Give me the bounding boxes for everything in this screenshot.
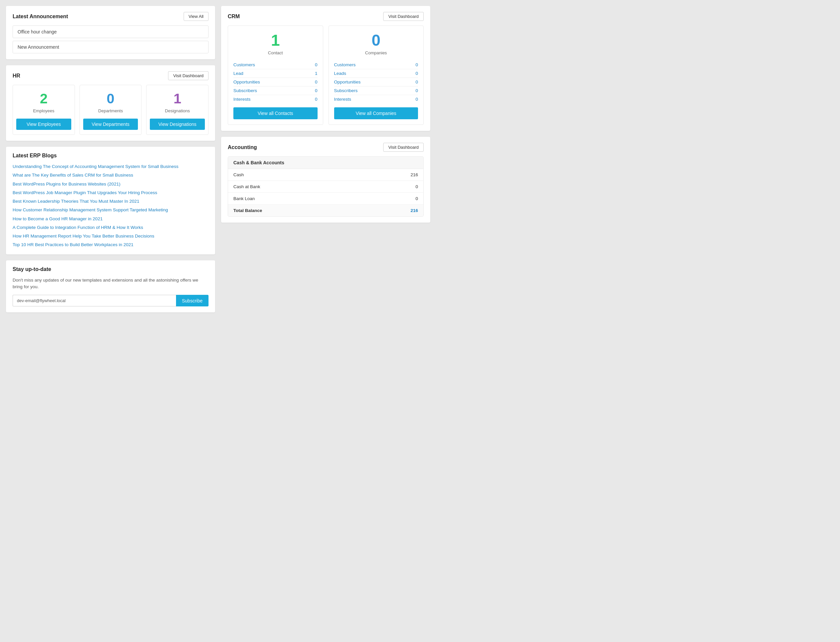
crm-companies-number: 0 [334,32,418,49]
stay-uptodate-header: Stay up-to-date [13,266,208,272]
accounting-cash-value: 216 [410,172,418,177]
accounting-cash-at-bank-label: Cash at Bank [233,184,260,189]
hr-visit-dashboard-button[interactable]: Visit Dashboard [168,71,208,80]
crm-companies-subscribers-value: 0 [415,88,418,93]
stay-uptodate-card: Stay up-to-date Don't miss any updates o… [6,260,215,313]
crm-grid: 1 Contact Customers 0 Lead 1 Opportuniti… [228,26,424,125]
hr-employees-stat: 2 Employees View Employees [13,85,75,135]
announcement-header: Latest Announcement View All [13,12,208,21]
blog-link[interactable]: How HR Management Report Help You Take B… [13,233,208,240]
crm-contact-interests-value: 0 [315,97,318,102]
blog-link[interactable]: Best WordPress Plugins for Business Webs… [13,181,208,188]
hr-departments-stat: 0 Departments View Departments [80,85,142,135]
hr-departments-label: Departments [83,108,138,113]
crm-companies-customers-value: 0 [415,62,418,67]
crm-card: CRM Visit Dashboard 1 Contact Customers … [221,6,430,131]
crm-contact-row: Subscribers 0 [233,86,318,95]
crm-contact-opportunities-link[interactable]: Opportunities [233,79,260,84]
accounting-header: Accounting Visit Dashboard [228,143,424,152]
crm-contact-customers-value: 0 [315,62,318,67]
crm-contact-row: Lead 1 [233,69,318,78]
announcement-item: Office hour change [13,26,208,38]
blog-link[interactable]: How Customer Relationship Management Sys… [13,207,208,213]
accounting-bank-loan-value: 0 [415,196,418,201]
blog-link[interactable]: What are The Key Benefits of Sales CRM f… [13,172,208,178]
subscribe-email-input[interactable] [13,295,176,306]
crm-companies-label: Companies [334,50,418,55]
crm-contact-label: Contact [233,50,318,55]
crm-contact-opportunities-value: 0 [315,79,318,84]
crm-companies-box: 0 Companies Customers 0 Leads 0 Opportun… [328,26,424,125]
hr-departments-number: 0 [83,92,138,106]
accounting-cash-at-bank-value: 0 [415,184,418,189]
accounting-inner: Cash & Bank Accounts Cash 216 Cash at Ba… [228,156,424,217]
crm-contact-row: Customers 0 [233,61,318,69]
crm-companies-row: Opportunities 0 [334,78,418,86]
crm-companies-interests-value: 0 [415,97,418,102]
blog-list: Understanding The Concept of Accounting … [13,163,208,248]
crm-companies-opportunities-link[interactable]: Opportunities [334,79,361,84]
hr-designations-number: 1 [150,92,205,106]
crm-contact-subscribers-link[interactable]: Subscribers [233,88,257,93]
view-all-contacts-button[interactable]: View all Contacts [233,107,318,119]
view-departments-button[interactable]: View Departments [83,118,138,130]
crm-companies-leads-link[interactable]: Leads [334,71,346,76]
announcement-item: New Announcement [13,41,208,54]
hr-title: HR [13,73,20,79]
accounting-total-value: 216 [410,208,418,213]
hr-employees-number: 2 [16,92,71,106]
hr-designations-label: Designations [150,108,205,113]
crm-companies-opportunities-value: 0 [415,79,418,84]
accounting-row: Cash at Bank 0 [228,181,423,193]
crm-companies-leads-value: 0 [415,71,418,76]
crm-contact-box: 1 Contact Customers 0 Lead 1 Opportuniti… [228,26,323,125]
accounting-cash-label: Cash [233,172,244,177]
blog-link[interactable]: Best WordPress Job Manager Plugin That U… [13,190,208,196]
view-all-companies-button[interactable]: View all Companies [334,107,418,119]
crm-contact-row: Opportunities 0 [233,78,318,86]
accounting-card: Accounting Visit Dashboard Cash & Bank A… [221,137,430,223]
crm-visit-dashboard-button[interactable]: Visit Dashboard [383,12,424,21]
accounting-bank-loan-label: Bank Loan [233,196,255,201]
accounting-title: Accounting [228,144,257,151]
accounting-total-row: Total Balance 216 [228,205,423,216]
crm-companies-interests-link[interactable]: Interests [334,97,351,102]
crm-contact-interests-link[interactable]: Interests [233,97,250,102]
blogs-card: Latest ERP Blogs Understanding The Conce… [6,147,215,255]
crm-title: CRM [228,14,240,19]
accounting-visit-dashboard-button[interactable]: Visit Dashboard [383,143,424,152]
hr-designations-stat: 1 Designations View Designations [146,85,208,135]
crm-companies-row: Interests 0 [334,95,418,103]
crm-contact-lead-link[interactable]: Lead [233,71,243,76]
view-employees-button[interactable]: View Employees [16,118,71,130]
hr-header: HR Visit Dashboard [13,71,208,80]
hr-stats: 2 Employees View Employees 0 Departments… [13,85,208,135]
subscribe-button[interactable]: Subscribe [176,295,208,306]
announcement-card: Latest Announcement View All Office hour… [6,6,215,59]
announcement-view-all-button[interactable]: View All [184,12,208,21]
crm-contact-lead-value: 1 [315,71,318,76]
crm-contact-rows: Customers 0 Lead 1 Opportunities 0 Sub [233,61,318,103]
crm-companies-row: Customers 0 [334,61,418,69]
stay-uptodate-title: Stay up-to-date [13,266,51,272]
crm-companies-row: Subscribers 0 [334,86,418,95]
blog-link[interactable]: Best Known Leadership Theories That You … [13,198,208,205]
blog-link[interactable]: Understanding The Concept of Accounting … [13,163,208,170]
announcement-list: Office hour change New Announcement [13,26,208,54]
blog-link[interactable]: How to Become a Good HR Manager in 2021 [13,216,208,222]
crm-contact-subscribers-value: 0 [315,88,318,93]
accounting-total-label: Total Balance [233,208,262,213]
blogs-title: Latest ERP Blogs [13,153,57,159]
crm-companies-subscribers-link[interactable]: Subscribers [334,88,358,93]
accounting-row: Bank Loan 0 [228,193,423,205]
stay-uptodate-description: Don't miss any updates of our new templa… [13,277,208,290]
crm-contact-customers-link[interactable]: Customers [233,62,255,67]
crm-header: CRM Visit Dashboard [228,12,424,21]
view-designations-button[interactable]: View Designations [150,118,205,130]
subscribe-row: Subscribe [13,295,208,306]
crm-companies-customers-link[interactable]: Customers [334,62,356,67]
blog-link[interactable]: Top 10 HR Best Practices to Build Better… [13,242,208,248]
crm-contact-row: Interests 0 [233,95,318,103]
hr-card: HR Visit Dashboard 2 Employees View Empl… [6,65,215,141]
blog-link[interactable]: A Complete Guide to Integration Function… [13,224,208,231]
